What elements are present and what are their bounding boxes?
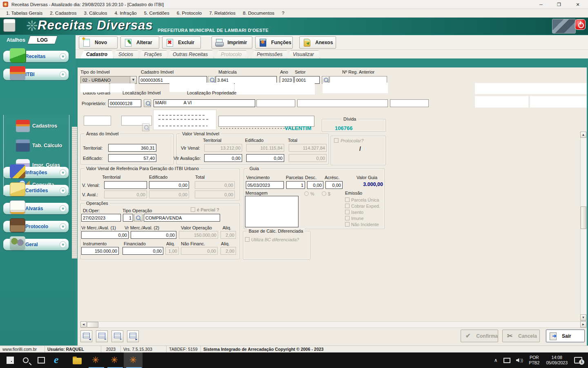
record-prev-button[interactable]: + — [96, 330, 108, 342]
calculator-icon[interactable] — [3, 19, 16, 32]
tab-socios[interactable]: Sócios — [112, 50, 139, 58]
file-explorer-slot[interactable] — [68, 352, 86, 368]
menu-help[interactable]: ? — [278, 9, 288, 17]
tab-permissoes[interactable]: Permissões — [251, 50, 289, 58]
tray-expand-icon[interactable]: ∧ — [494, 357, 498, 363]
status-user: Usuário: RAQUEL — [45, 346, 101, 352]
alterar-button[interactable]: Alterar — [120, 36, 159, 49]
minimize-button[interactable]: ─ — [532, 0, 550, 9]
sidebar-item-cadastros[interactable]: Cadastros — [4, 117, 69, 135]
sidebar-item-tab-calculo[interactable]: Tab. Cálculo — [4, 137, 69, 155]
instrumento-input[interactable] — [81, 247, 119, 255]
task-view-icon[interactable] — [38, 357, 45, 364]
sidebar-group-itbi[interactable]: ITBI » — [3, 69, 69, 80]
sidebar-group-certidoes[interactable]: Certidões » — [3, 185, 69, 196]
novo-button[interactable]: Novo — [79, 36, 118, 49]
menu-cadastros[interactable]: 2. Cadastros — [46, 9, 80, 17]
vr-merc2-input[interactable] — [131, 231, 176, 239]
chevron-down-icon[interactable]: » — [60, 187, 66, 194]
scroll-up-button[interactable]: ▲ — [580, 132, 586, 138]
parcelas-input[interactable] — [286, 181, 305, 189]
chevron-down-icon[interactable]: » — [60, 241, 66, 248]
menu-tabelas-gerais[interactable]: 1. Tabelas Gerais — [2, 9, 46, 17]
proprietario-extra3-input[interactable] — [390, 99, 429, 107]
anexos-button[interactable]: Anexos — [299, 36, 336, 49]
power-button[interactable] — [575, 19, 586, 30]
vertical-scroll-thumb[interactable] — [581, 206, 586, 229]
start-button-icon[interactable] — [7, 357, 14, 364]
volume-icon[interactable] — [516, 358, 519, 362]
proprietario-codigo-input[interactable] — [108, 99, 141, 107]
tipo-imovel-select[interactable]: 02 - URBANO▼ — [80, 76, 137, 84]
imprimir-button[interactable]: Imprimir — [212, 36, 252, 49]
menu-relatorios[interactable]: 7. Relatórios — [205, 9, 239, 17]
subtab-localizacao-propriedade[interactable]: Localização Propriedade — [187, 90, 236, 95]
menu-protocolo[interactable]: 6. Protocolo — [173, 9, 205, 17]
maximize-button[interactable]: ❐ — [550, 0, 568, 9]
excluir-button[interactable]: Excluir — [162, 36, 201, 49]
network-icon[interactable] — [503, 358, 510, 363]
vlr-avaliacao-edificado[interactable] — [246, 154, 284, 162]
sidebar-group-infracoes[interactable]: Infrações » — [3, 167, 69, 178]
proprietario-nome-input[interactable]: MARIA VI — [154, 99, 255, 107]
sidebar-group-alvaras[interactable]: Alvarás » — [3, 203, 69, 214]
tab-outras-receitas[interactable]: Outras Receitas — [167, 50, 214, 58]
area-edificado-input[interactable] — [108, 154, 156, 162]
record-first-button[interactable]: ◂ — [80, 330, 92, 342]
vlr-avaliacao-territorial[interactable] — [204, 154, 242, 162]
mensagem-textarea[interactable] — [245, 196, 298, 227]
funcoes-button[interactable]: Funções — [255, 36, 293, 49]
tipo-operacao-num-input[interactable] — [123, 214, 133, 222]
tab-visualizar[interactable]: Visualizar — [287, 50, 320, 58]
sidebar-group-protocolo[interactable]: Protocolo » — [3, 221, 69, 232]
acresc-input[interactable] — [325, 181, 343, 189]
proprietario-extra-input[interactable] — [256, 99, 295, 107]
tipo-operacao-search-icon[interactable] — [134, 214, 143, 222]
sidebar-group-receitas[interactable]: Receitas » — [3, 51, 69, 62]
sidebar-log-tab[interactable]: LOG — [27, 36, 58, 44]
financiado-input[interactable] — [122, 247, 163, 255]
chevron-down-icon[interactable]: » — [60, 53, 66, 60]
record-next-button[interactable]: + — [111, 330, 123, 342]
chevron-down-icon[interactable]: » — [60, 223, 66, 230]
taskbar-search-icon[interactable] — [23, 357, 29, 363]
ref-venal-edificado[interactable] — [149, 181, 189, 189]
chevron-down-icon[interactable]: » — [60, 169, 66, 176]
scroll-right-button[interactable]: ► — [580, 321, 586, 328]
menu-documentos[interactable]: 8. Documentos — [239, 9, 278, 17]
scroll-left-button[interactable]: ◄ — [80, 321, 87, 328]
sair-button[interactable]: Sair — [546, 330, 585, 342]
ref-venal-territorial[interactable] — [104, 181, 147, 189]
proprietario-extra2-input[interactable] — [297, 99, 388, 107]
sidebar-scrollbar[interactable] — [72, 127, 77, 258]
clock[interactable]: 14:0805/09/2023 — [546, 355, 568, 366]
vencimento-input[interactable] — [246, 181, 284, 189]
chevron-up-icon[interactable]: » — [60, 71, 66, 78]
chevron-down-icon[interactable]: ▼ — [130, 76, 136, 83]
menu-certidoes[interactable]: 5. Certidões — [140, 9, 173, 17]
horizontal-scroll-thumb[interactable] — [87, 322, 98, 328]
chevron-down-icon[interactable]: » — [60, 205, 66, 212]
dt-oper-input[interactable] — [81, 214, 121, 222]
vr-merc1-input[interactable] — [81, 231, 129, 239]
tipo-operacao-desc-input[interactable] — [144, 214, 220, 222]
subtab-localizacao-imovel[interactable]: Localização Imóvel — [122, 90, 161, 95]
fiorilli-app-slot-2[interactable]: ✳ — [105, 352, 124, 368]
area-territorial-input[interactable] — [108, 144, 156, 152]
fiorilli-app-slot-1[interactable]: ✳ — [86, 352, 105, 368]
tab-cadastro[interactable]: Cadastro — [80, 50, 114, 58]
internet-explorer-icon[interactable]: e — [54, 355, 64, 365]
tab-fracoes[interactable]: Frações — [138, 50, 168, 58]
horizontal-scrollbar[interactable] — [80, 321, 587, 328]
menu-infracao[interactable]: 4. Infração — [111, 9, 140, 17]
language-indicator[interactable]: PORPTB2 — [529, 355, 539, 366]
close-button[interactable]: ✕ — [569, 0, 586, 9]
fiorilli-app-slot-3[interactable]: ✳ — [124, 352, 143, 368]
notification-center-icon[interactable]: 1 — [574, 357, 582, 364]
sidebar-group-geral[interactable]: Geral » — [3, 239, 69, 250]
menu-calculos[interactable]: 3. Cálculos — [80, 9, 111, 17]
proprietario-search-icon[interactable] — [144, 99, 151, 107]
record-last-button[interactable]: ▸ — [127, 330, 139, 342]
desc-input[interactable] — [307, 181, 323, 189]
scroll-down-button[interactable]: ▼ — [580, 314, 586, 321]
